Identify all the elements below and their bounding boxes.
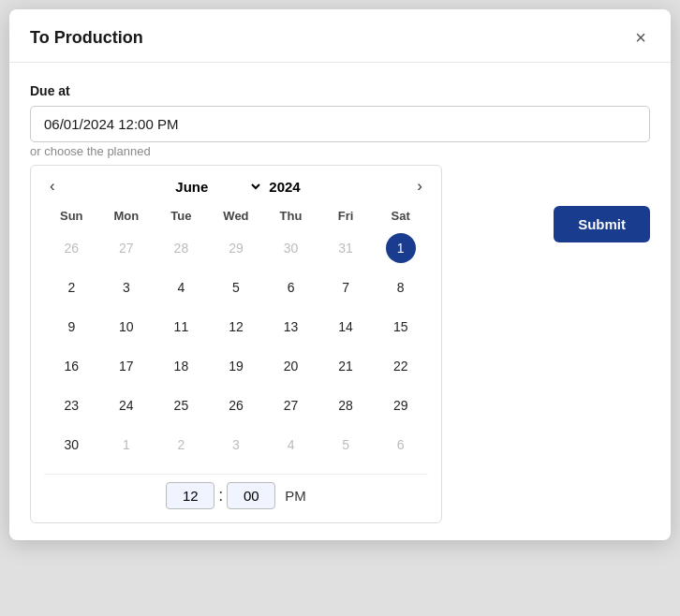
calendar-day[interactable]: 2 [44,268,99,307]
modal-title: To Production [30,28,143,48]
calendar-day[interactable]: 1 [99,425,155,464]
calendar-header-row: SunMonTueWedThuFriSat [44,205,428,228]
calendar-day[interactable]: 30 [44,425,99,464]
hour-input[interactable] [166,482,214,509]
calendar-container: ‹ JanuaryFebruaryMarchAprilMayJuneJulyAu… [30,165,442,523]
calendar-day[interactable]: 11 [154,307,209,346]
calendar-body: 2627282930311234567891011121314151617181… [44,228,428,464]
calendar-day[interactable]: 7 [318,268,374,307]
modal-overlay: 25 26 27 28 35 36 37 38 To Production × … [0,0,680,616]
calendar-day[interactable]: 15 [373,307,428,346]
calendar-grid: SunMonTueWedThuFriSat 262728293031123456… [44,205,428,464]
calendar-day[interactable]: 19 [209,346,264,386]
calendar-day[interactable]: 9 [44,307,99,346]
calendar-day[interactable]: 3 [209,425,264,464]
calendar-day[interactable]: 5 [209,268,264,307]
modal-dialog: To Production × Due at or choose the pla… [9,9,671,540]
calendar-day[interactable]: 28 [318,386,374,425]
calendar-day[interactable]: 22 [373,346,428,386]
calendar-week-2: 9101112131415 [44,307,428,346]
calendar-day[interactable]: 6 [373,425,428,464]
calendar-day[interactable]: 8 [373,268,428,307]
calendar-day[interactable]: 30 [263,228,318,268]
modal-body: Due at or choose the planned ‹ JanuaryFe… [9,63,671,540]
modal-header: To Production × [9,9,671,63]
calendar-week-5: 30123456 [44,425,428,464]
calendar-day[interactable]: 4 [263,425,318,464]
calendar-day[interactable]: 23 [44,386,99,425]
calendar-week-1: 2345678 [44,268,428,307]
calendar-day[interactable]: 25 [154,386,209,425]
calendar-day[interactable]: 29 [209,228,264,268]
calendar-day[interactable]: 24 [99,386,155,425]
calendar-day[interactable]: 4 [154,268,209,307]
calendar-header: ‹ JanuaryFebruaryMarchAprilMayJuneJulyAu… [44,175,428,198]
calendar-day[interactable]: 17 [99,346,155,386]
next-month-button[interactable]: › [411,175,428,198]
calendar-day[interactable]: 2 [154,425,209,464]
calendar-day[interactable]: 6 [263,268,318,307]
year-display: 2024 [269,179,300,195]
calendar-week-0: 2627282930311 [44,228,428,268]
calendar-day[interactable]: 18 [154,346,209,386]
day-header-sat: Sat [373,205,428,228]
calendar-week-4: 23242526272829 [44,386,428,425]
calendar-day[interactable]: 28 [154,228,209,268]
time-separator: : [214,486,227,506]
calendar-day[interactable]: 13 [263,307,318,346]
hint-text: or choose the planned [30,144,151,158]
calendar-day[interactable]: 29 [373,386,428,425]
day-header-fri: Fri [318,205,374,228]
time-period: PM [285,488,306,504]
calendar-day[interactable]: 12 [209,307,264,346]
day-header-thu: Thu [263,205,318,228]
month-year-display: JanuaryFebruaryMarchAprilMayJuneJulyAugu… [171,178,300,196]
date-input[interactable] [30,106,650,142]
submit-button[interactable]: Submit [554,206,650,242]
minute-input[interactable] [227,482,275,509]
calendar-day[interactable]: 26 [209,386,264,425]
calendar-day[interactable]: 21 [318,346,374,386]
calendar-day[interactable]: 3 [99,268,155,307]
calendar-day[interactable]: 5 [318,425,374,464]
calendar-day[interactable]: 27 [263,386,318,425]
calendar-day[interactable]: 16 [44,346,99,386]
due-label: Due at [30,83,650,98]
month-select[interactable]: JanuaryFebruaryMarchAprilMayJuneJulyAugu… [171,178,263,196]
day-header-mon: Mon [99,205,155,228]
calendar-day[interactable]: 14 [318,307,374,346]
calendar-day[interactable]: 1 [373,228,428,268]
calendar-day[interactable]: 27 [99,228,155,268]
day-header-wed: Wed [209,205,264,228]
calendar-day[interactable]: 26 [44,228,99,268]
day-header-sun: Sun [44,205,99,228]
calendar-day[interactable]: 31 [318,228,374,268]
close-button[interactable]: × [631,26,650,49]
day-header-tue: Tue [154,205,209,228]
calendar-day[interactable]: 10 [99,307,155,346]
time-row: : PM [44,474,428,509]
prev-month-button[interactable]: ‹ [44,175,61,198]
calendar-week-3: 16171819202122 [44,346,428,386]
calendar-day[interactable]: 20 [263,346,318,386]
